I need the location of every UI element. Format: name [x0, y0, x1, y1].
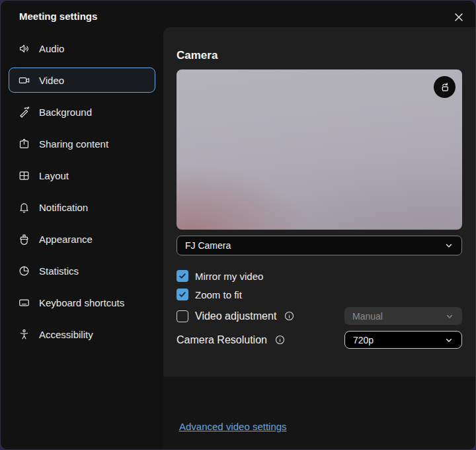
- video-adjustment-row: Video adjustment Manual: [177, 307, 462, 325]
- video-adjustment-mode-select: Manual: [344, 307, 462, 325]
- camera-icon: [18, 74, 30, 87]
- sidebar-item-label: Sharing content: [39, 138, 108, 150]
- sidebar-item-label: Audio: [39, 43, 64, 54]
- mirror-video-checkbox-row[interactable]: Mirror my video: [177, 269, 462, 283]
- video-options: Mirror my video Zoom to fit Video adjust…: [177, 269, 462, 349]
- chevron-down-icon: [445, 312, 454, 321]
- grid-icon: [18, 169, 30, 182]
- paintbrush-icon: [18, 233, 30, 246]
- info-icon[interactable]: [284, 311, 294, 321]
- sidebar-item-statistics[interactable]: Statistics: [9, 258, 155, 283]
- chevron-down-icon: [444, 241, 454, 250]
- sidebar-item-background[interactable]: Background: [9, 99, 155, 124]
- sidebar-item-label: Accessibility: [39, 329, 93, 340]
- video-adjustment-label: Video adjustment: [195, 310, 276, 322]
- close-button[interactable]: [451, 9, 467, 25]
- camera-device-select[interactable]: FJ Camera: [177, 236, 462, 255]
- camera-preview: [177, 69, 462, 230]
- rotate-camera-icon: [438, 81, 451, 93]
- sidebar-item-accessibility[interactable]: Accessibility: [9, 322, 155, 347]
- chevron-down-icon: [444, 336, 454, 345]
- video-settings-panel: Camera FJ Camera: [163, 27, 475, 449]
- dialog-title: Meeting settings: [19, 11, 97, 22]
- sidebar-item-label: Notification: [39, 202, 88, 213]
- sidebar-item-label: Video: [39, 75, 64, 86]
- camera-section-title: Camera: [177, 48, 462, 63]
- share-icon: [18, 138, 30, 150]
- speaker-icon: [18, 42, 30, 55]
- sidebar-item-layout[interactable]: Layout: [9, 163, 155, 188]
- close-icon: [454, 12, 464, 22]
- bell-icon: [18, 201, 30, 214]
- mirror-video-checkbox[interactable]: [177, 270, 188, 282]
- sidebar-item-notification[interactable]: Notification: [9, 195, 155, 220]
- sidebar-item-appearance[interactable]: Appearance: [9, 226, 155, 251]
- person-icon: [18, 328, 30, 341]
- zoom-to-fit-checkbox-row[interactable]: Zoom to fit: [177, 288, 462, 301]
- camera-device-value: FJ Camera: [185, 240, 231, 251]
- zoom-to-fit-label: Zoom to fit: [195, 289, 242, 300]
- sidebar-item-video[interactable]: Video: [9, 68, 155, 93]
- camera-resolution-value: 720p: [353, 335, 374, 345]
- sidebar-item-audio[interactable]: Audio: [9, 36, 155, 61]
- sidebar-item-label: Appearance: [39, 234, 93, 245]
- meeting-settings-dialog: Meeting settings Audio: [0, 0, 476, 450]
- rotate-camera-button[interactable]: [434, 76, 456, 98]
- settings-sidebar: Audio Video Background: [1, 32, 163, 449]
- camera-resolution-row: Camera Resolution 720p: [177, 331, 462, 349]
- sidebar-item-label: Keyboard shortcuts: [39, 297, 124, 308]
- sidebar-item-label: Statistics: [39, 265, 79, 277]
- advanced-video-settings-link[interactable]: Advanced video settings: [179, 421, 287, 432]
- sidebar-item-label: Layout: [39, 170, 69, 181]
- camera-section: Camera FJ Camera: [163, 27, 475, 377]
- keyboard-icon: [18, 296, 30, 309]
- sidebar-item-keyboard-shortcuts[interactable]: Keyboard shortcuts: [9, 290, 155, 315]
- mirror-video-label: Mirror my video: [195, 271, 263, 282]
- zoom-to-fit-checkbox[interactable]: [177, 289, 188, 300]
- camera-resolution-label: Camera Resolution: [177, 334, 267, 346]
- video-adjustment-mode-value: Manual: [352, 311, 383, 322]
- pie-chart-icon: [18, 265, 30, 277]
- video-adjustment-checkbox[interactable]: [177, 310, 188, 322]
- camera-resolution-select[interactable]: 720p: [344, 331, 462, 349]
- sidebar-item-label: Background: [39, 107, 92, 118]
- magic-wand-icon: [18, 106, 30, 118]
- sidebar-item-sharing-content[interactable]: Sharing content: [9, 131, 155, 156]
- info-icon[interactable]: [275, 335, 285, 345]
